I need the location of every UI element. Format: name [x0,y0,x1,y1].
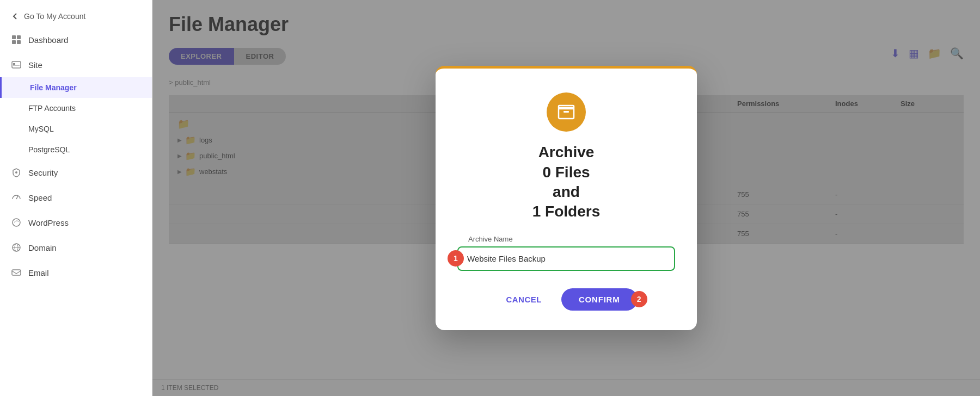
svg-point-7 [15,171,17,174]
sidebar-item-postgresql-label: PostgreSQL [28,145,70,154]
step-1-badge: 1 [448,250,464,267]
confirm-button-wrap: CONFIRM 2 [561,288,638,311]
sidebar-item-wordpress[interactable]: WordPress [0,210,152,235]
sidebar-item-postgresql[interactable]: PostgreSQL [0,139,152,160]
svg-rect-4 [12,61,21,68]
sidebar: Go To My Account Dashboard Site File Man… [0,0,152,396]
sidebar-item-domain-label: Domain [28,243,57,252]
back-label: Go To My Account [24,12,85,21]
main-content: File Manager EXPLORER EDITOR ⬇ ▦ 📁 🔍 > p… [152,0,980,396]
dashboard-icon [11,34,22,45]
sidebar-item-email-label: Email [28,268,49,277]
sidebar-item-ftp-accounts[interactable]: FTP Accounts [0,98,152,119]
security-icon [11,167,22,178]
svg-rect-0 [12,35,16,39]
site-icon [11,59,22,70]
step-2-badge: 2 [631,291,647,307]
archive-name-input[interactable] [457,246,675,271]
sidebar-item-speed-label: Speed [28,193,52,202]
email-icon [11,267,22,278]
sidebar-item-dashboard[interactable]: Dashboard [0,27,152,52]
svg-rect-12 [12,270,21,275]
sidebar-item-mysql[interactable]: MySQL [0,119,152,139]
domain-icon [11,242,22,253]
sidebar-item-mysql-label: MySQL [28,125,54,133]
arrow-left-icon [11,12,20,21]
modal-icon-circle [547,92,586,132]
archive-icon [556,102,576,122]
sidebar-item-dashboard-label: Dashboard [28,35,68,45]
sidebar-item-domain[interactable]: Domain [0,235,152,260]
svg-rect-15 [564,111,569,113]
modal-overlay: Archive 0 Files and 1 Folders Archive Na… [152,0,980,396]
svg-rect-2 [12,40,16,44]
modal-actions: CANCEL CONFIRM 2 [457,288,675,311]
sidebar-item-site[interactable]: Site [0,52,152,77]
modal-title: Archive 0 Files and 1 Folders [532,143,600,222]
svg-rect-5 [13,63,15,65]
sidebar-item-file-manager-label: File Manager [30,83,77,92]
archive-name-label: Archive Name [468,235,513,243]
svg-rect-6 [13,65,20,66]
sidebar-item-email[interactable]: Email [0,260,152,285]
sidebar-item-site-label: Site [28,60,42,70]
sidebar-item-speed[interactable]: Speed [0,185,152,210]
svg-rect-3 [17,40,21,44]
sidebar-item-wordpress-label: WordPress [28,218,69,227]
back-button[interactable]: Go To My Account [0,5,152,27]
svg-rect-1 [17,35,21,39]
cancel-button[interactable]: CANCEL [495,289,553,310]
sidebar-item-ftp-label: FTP Accounts [28,104,76,113]
confirm-button[interactable]: CONFIRM [561,288,638,311]
wordpress-icon [11,217,22,228]
archive-modal: Archive 0 Files and 1 Folders Archive Na… [436,66,697,330]
svg-point-8 [13,219,20,226]
sidebar-item-security-label: Security [28,168,58,177]
speed-icon [11,192,22,203]
sidebar-item-file-manager[interactable]: File Manager [0,77,152,98]
archive-name-input-wrap: 1 [457,246,675,271]
sidebar-item-security[interactable]: Security [0,160,152,185]
